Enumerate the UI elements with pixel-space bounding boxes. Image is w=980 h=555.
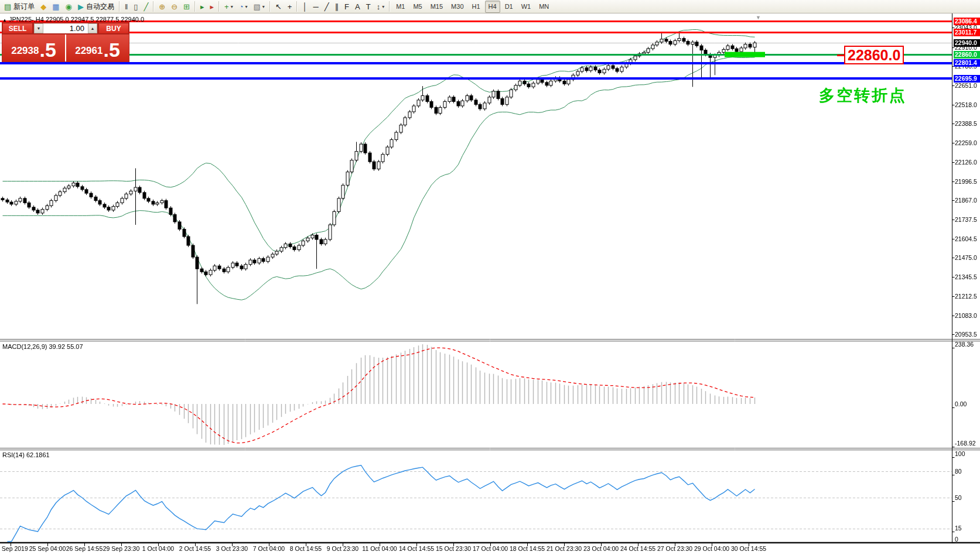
sell-price-pip: .5 xyxy=(39,40,56,60)
candlestick-chart-icon: ▯ xyxy=(134,3,138,11)
chevron-down-icon: ▾ xyxy=(231,4,233,9)
autotrading-button-label: 自动交易 xyxy=(86,2,114,12)
price-tick-label: 21867.0 xyxy=(955,197,977,204)
timeframe-m1-button[interactable]: M1 xyxy=(392,1,408,13)
auto-scroll-button[interactable]: ▸ xyxy=(198,1,207,13)
volume-increase-button[interactable]: ▲ xyxy=(88,23,97,33)
price-tick-label: 21083.0 xyxy=(955,312,977,319)
one-click-trading-panel: SELL ▼ ▲ BUY 22938.5 22961.5 xyxy=(2,22,129,62)
volume-input[interactable] xyxy=(43,23,88,33)
bar-chart-button[interactable]: ‖ xyxy=(122,1,130,13)
chart-shift-icon: ▸ xyxy=(210,3,214,11)
timeframe-mn-button[interactable]: MN xyxy=(535,1,552,13)
chevron-down-icon: ▾ xyxy=(382,4,384,9)
timeframe-m15-button[interactable]: M15 xyxy=(427,1,446,13)
mt-terminal: { "toolbar": { "items": [ {"type":"btn",… xyxy=(0,0,980,555)
fibonacci-button[interactable]: F xyxy=(342,1,351,13)
price-tick-label: 21345.5 xyxy=(955,273,977,280)
time-axis-label: 18 Oct 14:55 xyxy=(510,545,545,552)
indicators-button[interactable]: +▾ xyxy=(222,1,235,13)
time-axis-label: 17 Oct 04:00 xyxy=(473,545,508,552)
fibonacci-icon: F xyxy=(344,3,349,11)
buy-price[interactable]: 22961.5 xyxy=(66,35,129,61)
rsi-axis-label: 100 xyxy=(955,450,965,457)
timeframe-m30-button[interactable]: M30 xyxy=(448,1,467,13)
price-tick-label: 22651.0 xyxy=(955,82,977,89)
text-button[interactable]: A xyxy=(353,1,363,13)
zoom-out-button[interactable]: ⊖ xyxy=(169,1,180,13)
indicators-icon: + xyxy=(224,3,229,11)
chinese-note-text[interactable]: 多空转折点 xyxy=(819,85,907,106)
price-tick-label: 22126.0 xyxy=(955,159,977,166)
time-axis-label: 29 Sep 23:30 xyxy=(103,545,139,552)
text-label-button[interactable]: T xyxy=(364,1,373,13)
chevron-down-icon: ▾ xyxy=(245,4,248,9)
chevron-down-icon: ▾ xyxy=(262,4,265,9)
bar-chart-icon: ‖ xyxy=(125,3,128,11)
arrows-icon: ↕ xyxy=(377,3,381,11)
trendline-button[interactable]: ╱ xyxy=(322,1,332,13)
metaeditor-button[interactable]: ▦ xyxy=(50,1,62,13)
text-label-icon: T xyxy=(366,3,371,11)
timeframe-h1-button[interactable]: H1 xyxy=(469,1,484,13)
price-line-label: 22801.4 xyxy=(954,59,980,67)
chart-canvas[interactable] xyxy=(0,0,980,555)
time-axis-label: 29 Oct 04:00 xyxy=(694,545,729,552)
sell-button[interactable]: SELL xyxy=(2,23,33,34)
macd-axis-label: -168.92 xyxy=(955,440,976,447)
time-axis-label: 25 Sep 04:00 xyxy=(29,545,66,552)
tile-windows-icon: ⊞ xyxy=(183,3,190,11)
price-tick-label: 21996.5 xyxy=(955,178,977,185)
rsi-label: RSI(14) 62.1861 xyxy=(2,451,50,458)
equidistant-channel-button[interactable]: ∥ xyxy=(333,1,342,13)
time-axis-label: 27 Oct 23:30 xyxy=(657,545,692,552)
auto-scroll-icon: ▸ xyxy=(200,3,204,11)
price-tick-label: 22518.0 xyxy=(955,101,977,108)
horizontal-line-icon: ─ xyxy=(313,3,319,11)
buy-price-main: 22961 xyxy=(75,42,103,60)
time-axis-label: 23 Sep 2019 xyxy=(0,545,28,552)
price-tick-label: 22388.5 xyxy=(955,120,977,127)
time-axis-label: 7 Oct 04:00 xyxy=(253,545,285,552)
vertical-line-button[interactable]: │ xyxy=(300,1,309,13)
time-axis-label: 14 Oct 14:55 xyxy=(399,545,434,552)
arrows-button[interactable]: ↕▾ xyxy=(374,1,387,13)
timeframe-w1-button[interactable]: W1 xyxy=(518,1,535,13)
time-axis-label: 30 Oct 14:55 xyxy=(731,545,766,552)
price-line-label: 22940.0 xyxy=(954,39,980,47)
cursor-button[interactable]: ↖ xyxy=(273,1,284,13)
candlestick-chart-button[interactable]: ▯ xyxy=(131,1,140,13)
trendline-icon: ╱ xyxy=(325,3,329,11)
signals-button[interactable]: ◉ xyxy=(63,1,74,13)
timeframe-d1-button[interactable]: D1 xyxy=(501,1,517,13)
new-order-button[interactable]: ▤新订单 xyxy=(2,1,37,13)
time-axis-label: 2 Oct 14:55 xyxy=(179,545,211,552)
sell-price-main: 22938 xyxy=(11,42,39,60)
equidistant-channel-icon: ∥ xyxy=(335,3,339,11)
timeframe-m5-button[interactable]: M5 xyxy=(409,1,425,13)
periods-button[interactable]: ◔▾ xyxy=(237,1,250,13)
price-tick-label: 21737.5 xyxy=(955,216,977,223)
tile-windows-button[interactable]: ⊞ xyxy=(181,1,192,13)
volume-decrease-button[interactable]: ▼ xyxy=(34,23,43,33)
crosshair-button[interactable]: + xyxy=(285,1,295,13)
chart-shift-marker-icon[interactable]: ▼ xyxy=(756,15,761,20)
horizontal-line-button[interactable]: ─ xyxy=(311,1,321,13)
zoom-in-button[interactable]: ⊕ xyxy=(156,1,168,13)
market-watch-button[interactable]: ◆ xyxy=(38,1,49,13)
templates-button[interactable]: ▧▾ xyxy=(251,1,267,13)
chart-shift-button[interactable]: ▸ xyxy=(208,1,217,13)
autotrading-button[interactable]: ▶自动交易 xyxy=(76,1,117,13)
buy-button[interactable]: BUY xyxy=(98,23,129,34)
cursor-icon: ↖ xyxy=(275,3,282,11)
time-axis-label: 3 Oct 23:30 xyxy=(216,545,248,552)
price-tick-label: 21475.0 xyxy=(955,254,977,261)
vertical-line-icon: │ xyxy=(302,3,307,11)
price-annotation-box[interactable]: 22860.0 xyxy=(844,46,904,64)
timeframe-h4-button[interactable]: H4 xyxy=(485,1,500,13)
templates-icon: ▧ xyxy=(254,3,261,11)
sell-price[interactable]: 22938.5 xyxy=(2,35,65,61)
price-tick-label: 22259.0 xyxy=(955,139,977,146)
line-chart-button[interactable]: ╱ xyxy=(141,1,151,13)
time-axis-label: 8 Oct 14:55 xyxy=(290,545,322,552)
